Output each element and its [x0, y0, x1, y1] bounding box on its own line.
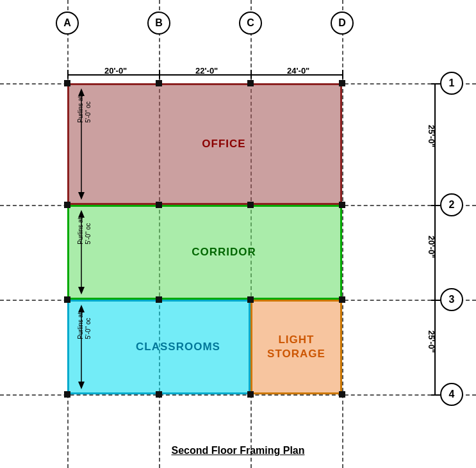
- office-label: OFFICE: [202, 138, 245, 150]
- dot-a4: [64, 391, 70, 398]
- tick-h-2: [431, 205, 440, 206]
- svg-marker-1: [78, 88, 85, 96]
- svg-marker-4: [78, 210, 85, 218]
- tick-h-4: [431, 394, 440, 396]
- dot-a1: [64, 80, 70, 86]
- dot-a2: [64, 202, 70, 208]
- purlin-text-corridor: Purlins at5'-0" oc: [77, 218, 92, 245]
- row-label-4: 4: [440, 383, 463, 406]
- dot-d4: [339, 391, 345, 398]
- room-classrooms: CLASSROOMS: [67, 300, 250, 394]
- tick-v-d: [342, 70, 343, 79]
- col-label-a: A: [56, 12, 79, 35]
- svg-marker-2: [78, 192, 85, 200]
- dot-b2: [156, 202, 162, 208]
- svg-marker-7: [78, 305, 85, 312]
- plan-container: A B C D 1 2 3 4 20'-0" 22'-0" 24'-0" 25'…: [0, 0, 476, 468]
- dot-d2: [339, 202, 345, 208]
- dot-b1: [156, 80, 162, 86]
- svg-marker-8: [78, 382, 85, 389]
- dot-d1: [339, 80, 345, 86]
- tick-v-b: [159, 70, 160, 79]
- dot-c3: [247, 296, 254, 303]
- tick-v-c: [250, 70, 252, 79]
- col-label-d: D: [331, 12, 354, 35]
- dim-line-v-right: [434, 83, 436, 394]
- row-label-2: 2: [440, 193, 463, 216]
- col-label-b: B: [147, 12, 170, 35]
- tick-h-3: [431, 300, 440, 301]
- dot-c1: [247, 80, 254, 86]
- dot-b4: [156, 391, 162, 398]
- dot-a3: [64, 296, 70, 303]
- classrooms-label: CLASSROOMS: [136, 341, 220, 353]
- plan-title: Second Floor Framing Plan: [171, 445, 304, 456]
- row-label-1: 1: [440, 72, 463, 95]
- light-storage-label: LIGHTSTORAGE: [267, 333, 325, 361]
- row-label-3: 3: [440, 288, 463, 311]
- purlin-text-classrooms: Purlins at5'-0" oc: [77, 312, 92, 339]
- svg-marker-5: [78, 287, 85, 295]
- grid-line-h-4: [0, 394, 476, 396]
- dot-c2: [247, 202, 254, 208]
- room-light-storage: LIGHTSTORAGE: [250, 300, 342, 394]
- tick-h-1: [431, 83, 440, 85]
- col-label-c: C: [239, 12, 262, 35]
- dot-d3: [339, 296, 345, 303]
- dot-c4: [247, 391, 254, 398]
- corridor-label: CORRIDOR: [192, 246, 256, 259]
- dot-b3: [156, 296, 162, 303]
- tick-v-a: [67, 70, 69, 79]
- dim-line-h-top: [67, 74, 342, 76]
- room-office: OFFICE: [67, 83, 342, 205]
- room-corridor: CORRIDOR: [67, 205, 342, 300]
- purlin-text-office: Purlins at5'-0" oc: [77, 96, 92, 123]
